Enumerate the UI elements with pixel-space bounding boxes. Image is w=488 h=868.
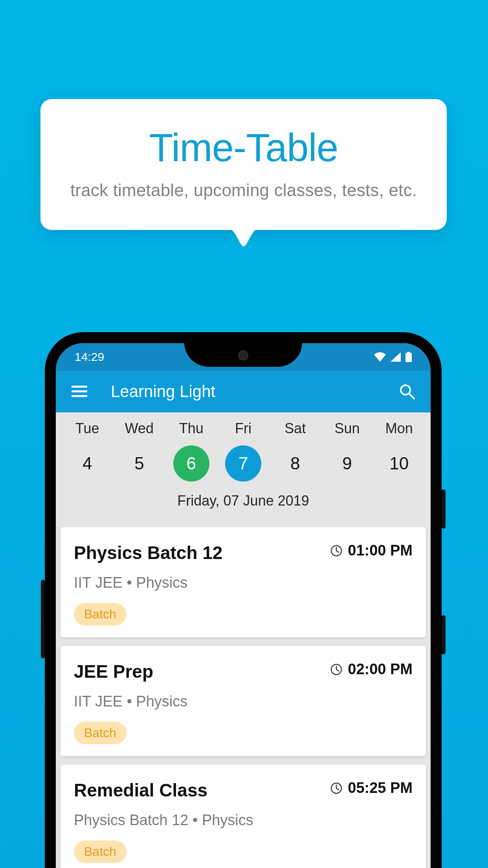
day-column[interactable]: Tue4 xyxy=(64,420,111,482)
day-of-month[interactable]: 6 xyxy=(173,445,209,482)
class-badge: Batch xyxy=(74,840,127,863)
wifi-icon xyxy=(374,352,386,362)
day-of-week-label: Wed xyxy=(116,420,163,437)
date-strip: Tue4Wed5Thu6Fri7Sat8Sun9Mon10 Friday, 07… xyxy=(56,412,431,519)
day-of-week-label: Mon xyxy=(376,420,423,437)
svg-line-6 xyxy=(409,394,414,399)
day-of-month[interactable]: 5 xyxy=(121,445,157,482)
class-time: 01:00 PM xyxy=(330,542,413,559)
day-column[interactable]: Wed5 xyxy=(116,420,163,482)
phone-side-button xyxy=(41,580,45,658)
svg-rect-4 xyxy=(72,395,87,397)
svg-point-5 xyxy=(401,385,410,395)
phone-side-button xyxy=(442,489,446,529)
clock-icon xyxy=(330,782,342,794)
status-time: 14:29 xyxy=(75,350,104,364)
promo-callout: Time-Table track timetable, upcoming cla… xyxy=(40,99,447,230)
clock-icon xyxy=(330,545,342,557)
class-card[interactable]: Remedial Class05:25 PMPhysics Batch 12 •… xyxy=(61,765,426,868)
day-of-week-label: Thu xyxy=(168,420,215,437)
day-of-week-label: Sat xyxy=(272,420,319,437)
search-icon[interactable] xyxy=(398,382,416,401)
class-card[interactable]: Physics Batch 1201:00 PMIIT JEE • Physic… xyxy=(61,527,426,637)
class-subject: IIT JEE • Physics xyxy=(74,693,413,710)
callout-tail-icon xyxy=(228,228,259,247)
class-title: Remedial Class xyxy=(74,780,207,801)
day-of-month[interactable]: 9 xyxy=(329,445,365,482)
class-time-label: 01:00 PM xyxy=(348,542,413,559)
class-card[interactable]: JEE Prep02:00 PMIIT JEE • PhysicsBatch xyxy=(61,646,426,756)
day-column[interactable]: Mon10 xyxy=(376,420,423,482)
svg-rect-2 xyxy=(72,386,87,388)
clock-icon xyxy=(330,664,342,675)
class-time: 02:00 PM xyxy=(330,661,413,678)
callout-title: Time-Table xyxy=(56,125,431,170)
app-bar: Learning Light xyxy=(56,371,431,412)
battery-icon xyxy=(405,352,412,362)
app-title: Learning Light xyxy=(111,382,398,401)
day-column[interactable]: Sun9 xyxy=(324,420,371,482)
phone-frame: 14:29 Learning Light Tue4Wed5Thu6Fri7Sat… xyxy=(45,332,442,868)
day-of-month[interactable]: 7 xyxy=(225,445,261,482)
day-of-week-label: Sun xyxy=(324,420,371,437)
class-time: 05:25 PM xyxy=(330,780,413,796)
day-of-week-label: Fri xyxy=(220,420,267,437)
class-title: Physics Batch 12 xyxy=(74,542,222,563)
class-title: JEE Prep xyxy=(74,661,153,682)
class-badge: Batch xyxy=(74,722,127,744)
day-of-month[interactable]: 10 xyxy=(381,445,417,482)
day-of-month[interactable]: 8 xyxy=(277,445,313,482)
class-subject: IIT JEE • Physics xyxy=(74,574,413,591)
day-column[interactable]: Sat8 xyxy=(272,420,319,482)
class-time-label: 02:00 PM xyxy=(348,661,413,678)
class-time-label: 05:25 PM xyxy=(348,780,413,796)
class-badge: Batch xyxy=(74,603,127,625)
signal-icon xyxy=(391,352,401,362)
svg-rect-0 xyxy=(405,353,412,362)
day-column[interactable]: Fri7 xyxy=(220,420,267,482)
day-column[interactable]: Thu6 xyxy=(168,420,215,482)
callout-subtitle: track timetable, upcoming classes, tests… xyxy=(56,180,431,200)
day-of-month[interactable]: 4 xyxy=(69,445,105,482)
svg-rect-3 xyxy=(72,390,87,392)
day-of-week-label: Tue xyxy=(64,420,111,437)
class-subject: Physics Batch 12 • Physics xyxy=(74,812,413,829)
menu-icon[interactable] xyxy=(70,382,89,401)
selected-date-label: Friday, 07 June 2019 xyxy=(56,493,431,509)
svg-rect-1 xyxy=(407,352,410,353)
phone-side-button xyxy=(442,615,446,655)
status-bar: 14:29 xyxy=(56,343,431,371)
phone-screen: 14:29 Learning Light Tue4Wed5Thu6Fri7Sat… xyxy=(56,343,431,868)
